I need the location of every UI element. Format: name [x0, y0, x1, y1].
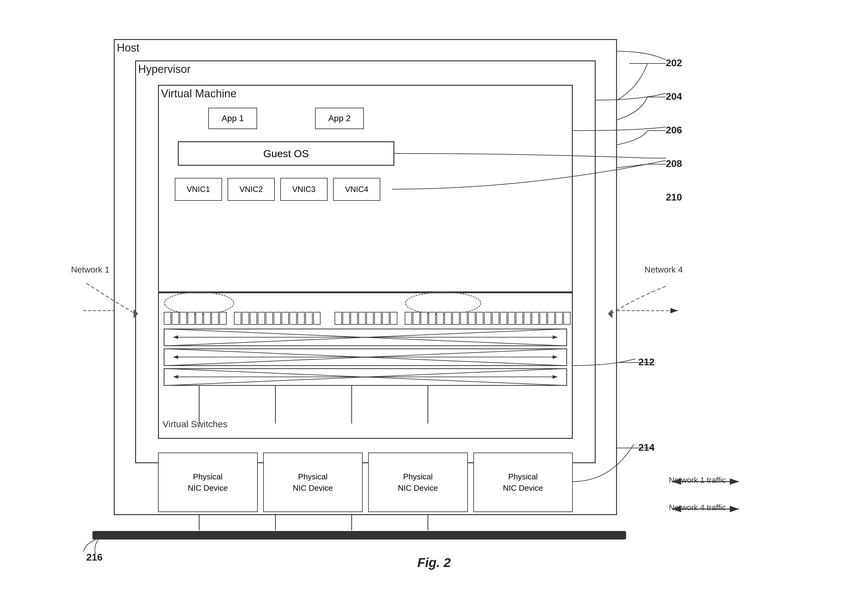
- diagram-area: Host Hypervisor Virtual Machine App 1 Ap…: [68, 27, 800, 576]
- svg-rect-62: [453, 312, 459, 325]
- network4-traffic-label: Network 4 traffic: [669, 503, 726, 512]
- svg-rect-59: [429, 312, 436, 325]
- network1-traffic-label: Network 1 traffic: [669, 475, 726, 485]
- svg-rect-40: [258, 312, 265, 325]
- app2-label: App 2: [328, 113, 350, 123]
- svg-rect-65: [476, 312, 483, 325]
- svg-rect-51: [359, 312, 365, 325]
- vnic-container: VNIC1 VNIC2 VNIC3 VNIC4: [175, 178, 398, 203]
- nic2-box: PhysicalNIC Device: [263, 453, 363, 512]
- vnic3-box: VNIC3: [280, 178, 328, 201]
- hypervisor-label: Hypervisor: [138, 63, 191, 76]
- nic3-box: PhysicalNIC Device: [368, 453, 468, 512]
- network4-label: Network 4: [644, 265, 683, 275]
- svg-rect-61: [445, 312, 452, 325]
- vnic4-label: VNIC4: [345, 185, 368, 194]
- ref-204: 204: [666, 91, 682, 102]
- svg-line-24: [83, 546, 86, 552]
- host-label: Host: [117, 42, 139, 54]
- svg-rect-75: [556, 312, 563, 325]
- svg-rect-66: [484, 312, 491, 325]
- svg-rect-36: [220, 312, 226, 325]
- ref-214: 214: [638, 442, 655, 453]
- fabric-svg: [158, 311, 573, 424]
- svg-rect-39: [250, 312, 257, 325]
- svg-rect-35: [212, 312, 218, 325]
- svg-rect-55: [390, 312, 397, 325]
- svg-rect-32: [188, 312, 194, 325]
- guestos-box: Guest OS: [178, 141, 394, 166]
- svg-rect-63: [461, 312, 467, 325]
- vnic3-label: VNIC3: [292, 185, 316, 194]
- svg-rect-33: [196, 312, 202, 325]
- ref-208: 208: [666, 158, 682, 169]
- nic3-label: PhysicalNIC Device: [398, 471, 438, 493]
- ref-210: 210: [666, 192, 682, 203]
- svg-rect-64: [469, 312, 475, 325]
- svg-rect-49: [343, 312, 350, 325]
- nic4-label: PhysicalNIC Device: [503, 471, 543, 493]
- vm-label: Virtual Machine: [161, 87, 236, 100]
- svg-rect-54: [382, 312, 389, 325]
- svg-rect-44: [290, 312, 296, 325]
- app1-label: App 1: [221, 113, 244, 123]
- svg-rect-52: [367, 312, 373, 325]
- ref-206: 206: [666, 125, 682, 136]
- svg-rect-74: [548, 312, 555, 325]
- svg-rect-34: [204, 312, 210, 325]
- nic1-label: PhysicalNIC Device: [188, 471, 228, 493]
- nic2-label: PhysicalNIC Device: [293, 471, 333, 493]
- page-container: Host Hypervisor Virtual Machine App 1 Ap…: [0, 0, 868, 603]
- svg-rect-72: [532, 312, 539, 325]
- nic1-box: PhysicalNIC Device: [158, 453, 258, 512]
- guestos-label: Guest OS: [263, 148, 308, 159]
- vnic1-label: VNIC1: [187, 185, 210, 194]
- svg-rect-37: [234, 312, 241, 325]
- svg-rect-56: [405, 312, 412, 325]
- vnic2-label: VNIC2: [239, 185, 263, 194]
- svg-rect-57: [413, 312, 420, 325]
- svg-rect-47: [313, 312, 320, 325]
- nic-container: PhysicalNIC Device PhysicalNIC Device Ph…: [158, 453, 573, 512]
- nic4-box: PhysicalNIC Device: [473, 453, 573, 512]
- ref-212: 212: [638, 356, 655, 368]
- svg-rect-68: [500, 312, 507, 325]
- svg-rect-43: [282, 312, 288, 325]
- app1-box: App 1: [208, 108, 257, 129]
- vnic1-box: VNIC1: [175, 178, 222, 201]
- svg-rect-70: [516, 312, 523, 325]
- svg-rect-48: [335, 312, 342, 325]
- svg-rect-41: [266, 312, 273, 325]
- svg-rect-60: [437, 312, 444, 325]
- port-row-top: [164, 312, 570, 325]
- network1-traffic-text: Network 1 traffic: [669, 475, 726, 485]
- svg-rect-76: [564, 312, 570, 325]
- svg-rect-45: [298, 312, 304, 325]
- fig-label: Fig. 2: [417, 555, 451, 570]
- vswitches-label: Virtual Switches: [163, 419, 228, 429]
- app2-box: App 2: [315, 108, 364, 129]
- svg-rect-29: [164, 312, 171, 325]
- ref-202: 202: [666, 57, 682, 69]
- svg-rect-73: [540, 312, 547, 325]
- network4-traffic-text: Network 4 traffic: [669, 503, 726, 512]
- svg-rect-38: [242, 312, 249, 325]
- svg-rect-71: [524, 312, 531, 325]
- svg-rect-67: [492, 312, 499, 325]
- svg-rect-31: [180, 312, 187, 325]
- ref-216: 216: [86, 552, 102, 563]
- svg-rect-69: [508, 312, 515, 325]
- svg-rect-58: [421, 312, 428, 325]
- network1-label: Network 1: [71, 265, 109, 275]
- svg-rect-30: [172, 312, 179, 325]
- svg-rect-46: [305, 312, 312, 325]
- svg-rect-50: [351, 312, 358, 325]
- vnic4-box: VNIC4: [333, 178, 380, 201]
- svg-rect-53: [375, 312, 381, 325]
- svg-rect-42: [274, 312, 281, 325]
- bottom-bar: [93, 531, 626, 540]
- vnic2-box: VNIC2: [228, 178, 275, 201]
